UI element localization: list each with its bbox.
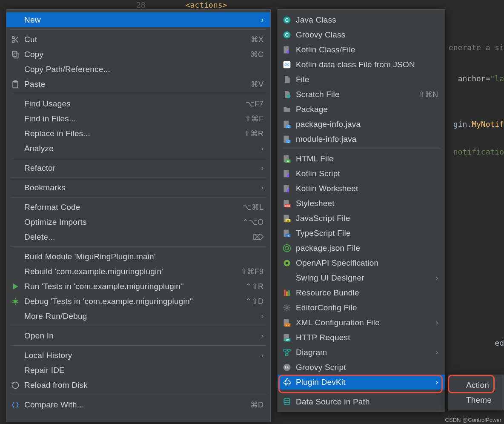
new-item-html-file[interactable]: HHTML File	[278, 151, 445, 166]
menu-item-label: Kotlin Class/File	[296, 45, 438, 54]
new-item-package-info-java[interactable]: Jpackage-info.java	[278, 117, 445, 132]
html-icon: H	[282, 154, 292, 163]
new-item-java-class[interactable]: CJava Class	[278, 12, 445, 27]
new-item-resource-bundle[interactable]: Resource Bundle	[278, 285, 445, 300]
context-menu: New›Cut⌘XCopy⌘CCopy Path/Reference...Pas…	[6, 9, 271, 422]
menu-item-label: Reformat Code	[24, 203, 243, 212]
svg-text:C: C	[285, 32, 289, 37]
ts-icon: TS	[282, 229, 292, 238]
svg-point-47	[286, 261, 289, 264]
blank-icon	[11, 267, 20, 276]
new-item-kotlin-data-class-file-from-json[interactable]: JKKotlin data class File from JSON	[278, 57, 445, 72]
new-item-swing-ui-designer[interactable]: Swing UI Designer›	[278, 270, 445, 285]
svg-line-3	[16, 40, 18, 43]
ctx-item-paste[interactable]: Paste⌘V	[6, 77, 270, 92]
ctx-item-run-tests-in-com-example-miguringplugin[interactable]: Run 'Tests in 'com.example.miguringplugi…	[6, 279, 270, 294]
new-item-http-request[interactable]: APIHTTP Request	[278, 330, 445, 345]
ctx-item-debug-tests-in-com-example-miguringplugin[interactable]: Debug 'Tests in 'com.example.miguringplu…	[6, 294, 270, 309]
ctx-item-compare-with[interactable]: Compare With...⌘D	[6, 397, 270, 412]
shortcut-label: ⌘X	[251, 35, 263, 44]
menu-separator	[11, 197, 266, 198]
ctx-item-more-run-debug[interactable]: More Run/Debug›	[6, 309, 270, 324]
new-item-editorconfig-file[interactable]: EditorConfig File	[278, 300, 445, 315]
svg-rect-50	[288, 290, 289, 296]
chevron-right-icon: ›	[261, 312, 263, 320]
svg-point-44	[284, 244, 291, 252]
svg-rect-60	[286, 354, 288, 355]
ctx-item-analyze[interactable]: Analyze›	[6, 141, 270, 156]
menu-item-label: Compare With...	[24, 400, 250, 410]
new-item-groovy-script[interactable]: GGroovy Script	[278, 360, 445, 375]
compare-icon	[11, 400, 20, 410]
menu-item-label: Debug 'Tests in 'com.example.miguringplu…	[24, 297, 245, 306]
menu-item-label: Resource Bundle	[296, 288, 438, 298]
menu-item-label: Paste	[24, 80, 251, 89]
chevron-right-icon: ›	[436, 274, 438, 282]
menu-item-label: Kotlin data class File from JSON	[296, 60, 438, 69]
ctx-item-local-history[interactable]: Local History›	[6, 348, 270, 363]
ctx-item-cut[interactable]: Cut⌘X	[6, 32, 270, 47]
shortcut-label: ⌃⇧R	[245, 282, 263, 291]
openapi-icon	[282, 258, 292, 268]
new-item-kotlin-worksheet[interactable]: Kotlin Worksheet	[278, 181, 445, 196]
ctx-item-find-usages[interactable]: Find Usages⌥F7	[6, 96, 270, 111]
svg-point-65	[284, 398, 289, 400]
svg-line-14	[12, 302, 14, 303]
shortcut-label: ⇧⌘R	[244, 129, 263, 138]
new-item-xml-configuration-file[interactable]: <>XML Configuration File›	[278, 315, 445, 330]
ctx-item-bookmarks[interactable]: Bookmarks›	[6, 180, 270, 195]
new-item-kotlin-script[interactable]: Kotlin Script	[278, 166, 445, 181]
ctx-item-repair-ide[interactable]: Repair IDE	[6, 363, 270, 378]
new-item-module-info-java[interactable]: Jmodule-info.java	[278, 132, 445, 146]
menu-item-label: package.json File	[296, 244, 438, 253]
menu-separator	[11, 395, 266, 395]
shortcut-label: ⇧⌘N	[418, 90, 438, 99]
new-item-openapi-specification[interactable]: OpenAPI Specification	[278, 255, 445, 270]
menu-item-label: Groovy Class	[296, 30, 438, 40]
ctx-item-copy[interactable]: Copy⌘C	[6, 47, 270, 62]
blank-icon	[11, 218, 20, 227]
svg-text:CSS: CSS	[285, 204, 290, 207]
svg-text:G: G	[285, 365, 289, 370]
new-item-package[interactable]: Package	[278, 102, 445, 117]
ctx-item-open-in[interactable]: Open In›	[6, 328, 270, 343]
blank-icon	[11, 232, 20, 242]
new-item-package-json-file[interactable]: package.json File	[278, 241, 445, 255]
plugin-item-theme[interactable]: Theme	[448, 392, 504, 407]
new-item-data-source-in-path[interactable]: Data Source in Path	[278, 394, 445, 409]
chevron-right-icon: ›	[436, 378, 438, 386]
ctx-item-rebuild-com-example-miguringplugin[interactable]: Rebuild 'com.example.miguringplugin'⇧⌘F9	[6, 264, 270, 279]
shortcut-label: ⌘D	[250, 400, 263, 410]
new-item-groovy-class[interactable]: CGroovy Class	[278, 27, 445, 42]
ctx-item-reload-from-disk[interactable]: Reload from Disk	[6, 378, 270, 392]
svg-line-12	[12, 300, 14, 301]
new-item-kotlin-class-file[interactable]: Kotlin Class/File	[278, 42, 445, 57]
svg-text:H: H	[287, 160, 289, 162]
run-icon	[11, 282, 20, 291]
new-item-scratch-file[interactable]: Scratch File⇧⌘N	[278, 87, 445, 102]
new-item-file[interactable]: File	[278, 72, 445, 87]
plugin-item-action[interactable]: Action	[448, 378, 504, 392]
svg-line-13	[17, 300, 18, 301]
new-item-diagram[interactable]: Diagram›	[278, 345, 445, 360]
blank-icon	[11, 203, 20, 212]
ctx-item-find-in-files[interactable]: Find in Files...⇧⌘F	[6, 111, 270, 126]
new-item-javascript-file[interactable]: JSJavaScript File	[278, 211, 445, 226]
ctx-item-copy-path-reference[interactable]: Copy Path/Reference...	[6, 62, 270, 77]
blank-icon	[11, 99, 20, 109]
new-item-plugin-devkit[interactable]: Plugin DevKit›	[278, 375, 445, 390]
ctx-item-replace-in-files[interactable]: Replace in Files...⇧⌘R	[6, 126, 270, 141]
svg-text:J: J	[288, 140, 289, 143]
ctx-item-reformat-code[interactable]: Reformat Code⌥⌘L	[6, 200, 270, 215]
new-item-stylesheet[interactable]: CSSStylesheet	[278, 196, 445, 211]
ctx-item-optimize-imports[interactable]: Optimize Imports⌃⌥O	[6, 215, 270, 229]
ctx-item-refactor[interactable]: Refactor›	[6, 160, 270, 175]
ctx-item-build-module-miguringplugin-main[interactable]: Build Module 'MiguRingPlugin.main'	[6, 249, 270, 264]
ctx-item-new[interactable]: New›	[6, 12, 270, 27]
blank-icon	[11, 129, 20, 138]
menu-item-label: Analyze	[24, 144, 258, 153]
new-item-typescript-file[interactable]: TSTypeScript File	[278, 226, 445, 241]
blank-icon	[11, 15, 20, 25]
kotlin-file-icon	[282, 184, 292, 193]
ctx-item-delete[interactable]: Delete...⌦	[6, 229, 270, 244]
